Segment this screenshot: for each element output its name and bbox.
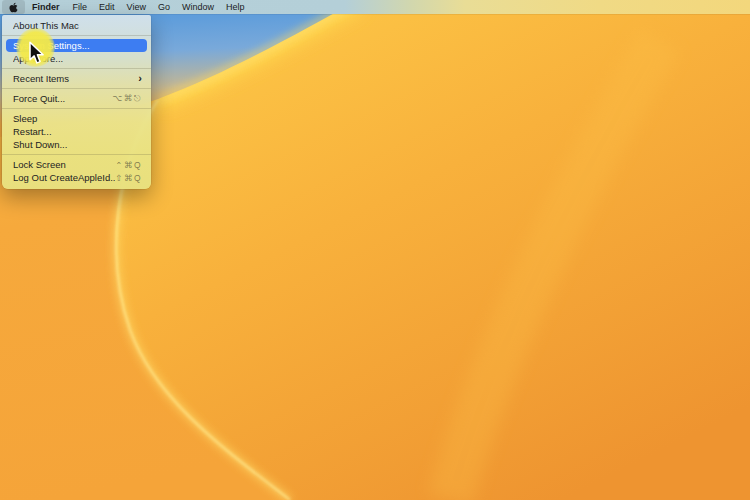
menu-separator [2,35,151,36]
menu-item-shortcut: ⌥⌘⎋ [112,93,142,104]
menu-item-app-store[interactable]: App Store... [2,52,151,65]
menu-item-label: Lock Screen [13,159,115,170]
menu-item-sleep[interactable]: Sleep [2,112,151,125]
menu-item-shortcut: ⇧⌘Q [115,173,142,183]
menu-item-lock-screen[interactable]: Lock Screen ⌃⌘Q [2,158,151,171]
menubar-item-file[interactable]: File [67,2,94,12]
menu-item-label: Force Quit... [13,93,112,104]
menubar-item-go[interactable]: Go [152,2,176,12]
submenu-chevron-icon: › [138,74,142,83]
menu-separator [2,88,151,89]
apple-logo-icon [9,2,18,13]
menu-bar: Finder File Edit View Go Window Help [0,0,750,14]
menu-item-label: Sleep [13,113,142,124]
menubar-item-window[interactable]: Window [176,2,220,12]
apple-menu-dropdown: About This Mac System Settings... App St… [2,15,151,189]
menu-item-label: Shut Down... [13,139,142,150]
menu-separator [2,154,151,155]
menu-item-log-out[interactable]: Log Out CreateAppleId... ⇧⌘Q [2,171,151,184]
menubar-item-edit[interactable]: Edit [93,2,121,12]
menu-item-label: Recent Items [13,73,138,84]
apple-menu-button[interactable] [2,0,25,14]
menu-item-recent-items[interactable]: Recent Items › [2,72,151,85]
menu-item-label: Log Out CreateAppleId... [13,172,115,183]
menu-separator [2,108,151,109]
menu-item-label: System Settings... [13,40,142,51]
menu-item-label: App Store... [13,53,142,64]
menu-item-about-this-mac[interactable]: About This Mac [2,19,151,32]
menu-item-shut-down[interactable]: Shut Down... [2,138,151,151]
menubar-item-help[interactable]: Help [220,2,251,12]
menu-item-label: Restart... [13,126,142,137]
menu-item-system-settings[interactable]: System Settings... [6,39,147,52]
menu-item-force-quit[interactable]: Force Quit... ⌥⌘⎋ [2,92,151,105]
macos-desktop: { "menubar": { "apple_icon": "apple-logo… [0,0,750,500]
menu-item-restart[interactable]: Restart... [2,125,151,138]
menu-item-label: About This Mac [13,20,142,31]
menu-item-shortcut: ⌃⌘Q [115,160,142,170]
menubar-item-view[interactable]: View [121,2,152,12]
menubar-item-finder[interactable]: Finder [25,2,67,12]
menu-separator [2,68,151,69]
